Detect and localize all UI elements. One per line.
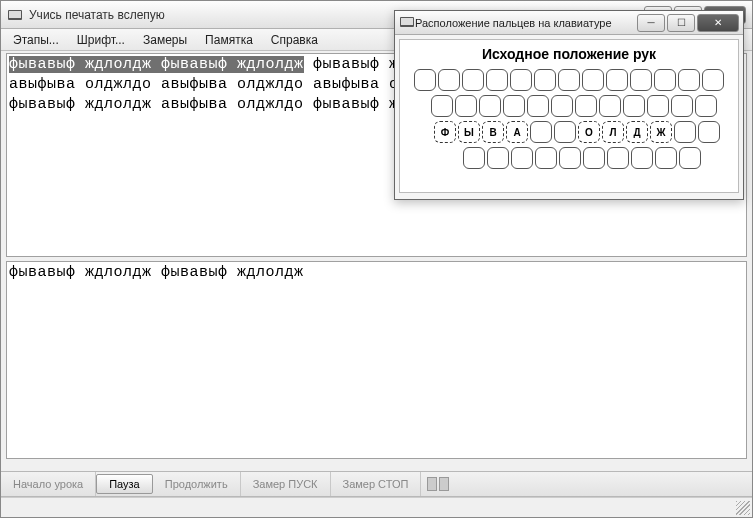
menu-stages[interactable]: Этапы... (5, 31, 67, 49)
sub-close-button[interactable]: ✕ (697, 14, 739, 32)
sub-app-icon (399, 14, 415, 32)
key-blank (631, 147, 653, 169)
key-blank (647, 95, 669, 117)
key-home-o: О (578, 121, 600, 143)
exercise-completed: фывавыф ждлолдж фывавыф ждлолдж (9, 56, 304, 73)
start-lesson-button[interactable]: Начало урока (1, 472, 96, 496)
key-blank (582, 69, 604, 91)
key-blank (630, 69, 652, 91)
key-blank (551, 95, 573, 117)
key-blank (554, 121, 576, 143)
key-blank (606, 69, 628, 91)
key-blank (487, 147, 509, 169)
kb-row-2 (406, 94, 732, 118)
key-blank (535, 147, 557, 169)
key-blank (583, 147, 605, 169)
key-home-l: Л (602, 121, 624, 143)
menu-font[interactable]: Шрифт... (69, 31, 133, 49)
sub-heading: Исходное положение рук (406, 46, 732, 62)
kb-row-1 (406, 68, 732, 92)
key-blank (559, 147, 581, 169)
key-blank (503, 95, 525, 117)
key-home-v: В (482, 121, 504, 143)
key-blank (678, 69, 700, 91)
key-blank (702, 69, 724, 91)
key-blank (462, 69, 484, 91)
pause-button[interactable]: Пауза (96, 474, 153, 494)
sub-minimize-button[interactable]: ─ (637, 14, 665, 32)
key-blank (511, 147, 533, 169)
key-home-zh: Ж (650, 121, 672, 143)
bottom-toolbar: Начало урока Пауза Продолжить Замер ПУСК… (1, 471, 752, 497)
sub-window-controls: ─ ☐ ✕ (637, 14, 739, 32)
key-blank (455, 95, 477, 117)
keyboard-diagram: Исходное положение рук Ф Ы В А О Л Д Ж (399, 39, 739, 193)
continue-button[interactable]: Продолжить (153, 472, 241, 496)
key-blank (530, 121, 552, 143)
key-blank (698, 121, 720, 143)
key-blank (486, 69, 508, 91)
progress-indicator (421, 472, 455, 496)
statusbar (1, 497, 752, 517)
key-blank (655, 147, 677, 169)
sub-maximize-button[interactable]: ☐ (667, 14, 695, 32)
app-icon (7, 7, 23, 23)
keyboard-layout-window[interactable]: Расположение пальцев на клавиатуре ─ ☐ ✕… (394, 10, 744, 200)
key-blank (607, 147, 629, 169)
key-blank (671, 95, 693, 117)
key-blank (431, 95, 453, 117)
key-home-d: Д (626, 121, 648, 143)
menu-help[interactable]: Справка (263, 31, 326, 49)
key-home-f: Ф (434, 121, 456, 143)
key-blank (575, 95, 597, 117)
menu-measures[interactable]: Замеры (135, 31, 195, 49)
svg-rect-1 (9, 11, 21, 18)
measure-start-button[interactable]: Замер ПУСК (241, 472, 331, 496)
key-blank (695, 95, 717, 117)
input-panel[interactable]: фывавыф ждлолдж фывавыф ждлолдж (6, 261, 747, 459)
key-home-a: А (506, 121, 528, 143)
key-blank (534, 69, 556, 91)
key-home-y: Ы (458, 121, 480, 143)
key-blank (558, 69, 580, 91)
menu-memo[interactable]: Памятка (197, 31, 261, 49)
key-blank (599, 95, 621, 117)
svg-rect-3 (401, 18, 413, 25)
key-blank (623, 95, 645, 117)
resize-grip[interactable] (736, 501, 750, 515)
sub-titlebar[interactable]: Расположение пальцев на клавиатуре ─ ☐ ✕ (395, 11, 743, 35)
measure-stop-button[interactable]: Замер СТОП (331, 472, 422, 496)
key-blank (479, 95, 501, 117)
kb-row-4 (406, 146, 732, 170)
key-blank (674, 121, 696, 143)
progress-bar-1 (427, 477, 437, 491)
key-blank (679, 147, 701, 169)
key-blank (527, 95, 549, 117)
progress-bar-2 (439, 477, 449, 491)
key-blank (463, 147, 485, 169)
key-blank (438, 69, 460, 91)
key-blank (654, 69, 676, 91)
key-blank (414, 69, 436, 91)
sub-title: Расположение пальцев на клавиатуре (415, 17, 637, 29)
key-blank (510, 69, 532, 91)
kb-home-row: Ф Ы В А О Л Д Ж (406, 120, 732, 144)
typed-text: фывавыф ждлолдж фывавыф ждлолдж (7, 262, 746, 284)
